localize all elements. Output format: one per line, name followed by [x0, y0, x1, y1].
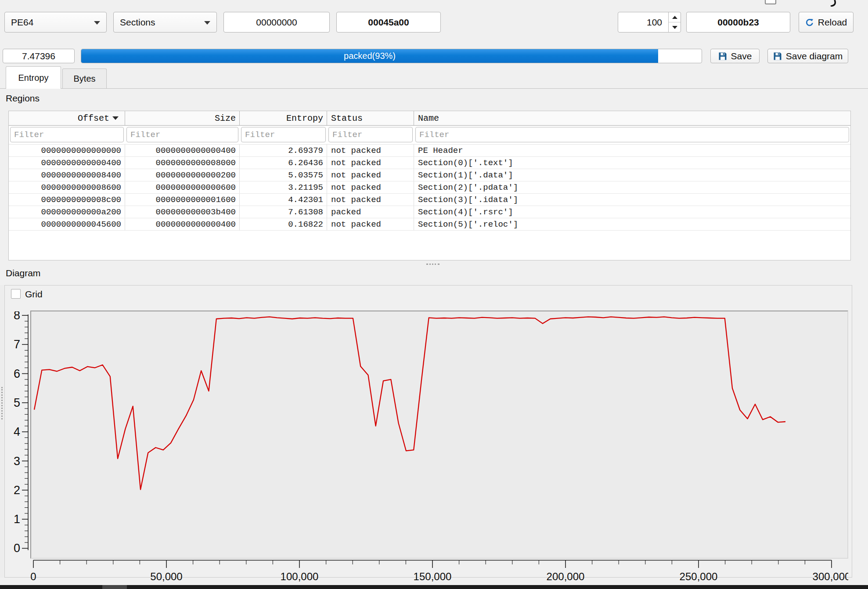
cell-entropy: 2.69379 — [240, 145, 327, 156]
cell-status: not packed — [327, 181, 414, 193]
column-header-size[interactable]: Size — [125, 111, 240, 125]
bottom-edge-segment — [102, 585, 127, 589]
column-header-entropy[interactable]: Entropy — [240, 111, 327, 125]
save-button[interactable]: Save — [710, 49, 760, 63]
filter-input-name[interactable] — [415, 127, 849, 142]
regions-rows: 000000000000000000000000000004002.69379n… — [9, 145, 850, 231]
offset-field[interactable]: 00000000 — [223, 12, 330, 33]
cell-size: 0000000000000400 — [125, 145, 240, 156]
cell-status: not packed — [327, 194, 414, 206]
partial-checkbox — [765, 0, 776, 4]
selection-size-field[interactable]: 00000b23 — [686, 12, 790, 33]
svg-text:100,000: 100,000 — [281, 571, 319, 582]
total-entropy-field[interactable]: 7.47396 — [3, 49, 75, 63]
diagram-section-label: Diagram — [6, 268, 40, 278]
file-type-combobox[interactable]: PE64 — [4, 12, 107, 33]
cell-size: 0000000000000200 — [125, 169, 240, 181]
svg-text:1: 1 — [14, 513, 20, 526]
table-row[interactable]: 000000000000040000000000000080006.26436n… — [9, 157, 850, 169]
cell-status: not packed — [327, 169, 414, 181]
cell-name: Section(4)['.rsrc'] — [414, 206, 850, 218]
size-field[interactable]: 00045a00 — [336, 12, 441, 33]
reload-label: Reload — [818, 17, 847, 28]
sort-descending-icon — [112, 116, 119, 120]
column-header-name[interactable]: Name — [414, 111, 850, 125]
save-label: Save — [731, 51, 752, 61]
table-row[interactable]: 000000000004560000000000000004000.16822n… — [9, 218, 850, 231]
cell-offset: 0000000000008c00 — [9, 194, 125, 206]
filter-input-status[interactable] — [328, 127, 413, 142]
cell-offset: 0000000000000000 — [9, 145, 125, 156]
svg-text:3: 3 — [14, 455, 20, 468]
spin-down-button[interactable] — [669, 22, 681, 32]
regions-table: Offset Size Entropy Status Name 00000000… — [8, 111, 851, 260]
cell-name: PE Header — [414, 145, 850, 156]
chevron-down-icon — [94, 21, 100, 25]
tab-entropy[interactable]: Entropy — [6, 66, 61, 89]
offset-value: 00000000 — [256, 17, 297, 28]
regions-section-label: Regions — [6, 93, 40, 104]
table-row[interactable]: 000000000000860000000000000006003.21195n… — [9, 181, 850, 194]
svg-text:250,000: 250,000 — [680, 571, 718, 582]
cell-size: 0000000000008000 — [125, 157, 240, 169]
filter-input-offset[interactable] — [10, 127, 124, 142]
cell-offset: 000000000000a200 — [9, 206, 125, 218]
floppy-save-icon — [773, 52, 782, 61]
splitter-dots — [1, 387, 3, 419]
entropy-line-chart — [31, 311, 847, 558]
floppy-save-icon — [718, 52, 727, 61]
x-axis: 050,000100,000150,000200,000250,000300,0… — [30, 560, 848, 587]
triangle-down-icon — [672, 26, 677, 29]
tabbar-divider — [0, 88, 868, 89]
reload-button[interactable]: Reload — [799, 12, 854, 33]
progressbar-fill: packed(93%) — [81, 49, 658, 63]
svg-text:8: 8 — [14, 311, 20, 322]
cell-entropy: 7.61308 — [240, 206, 327, 218]
count-value: 100 — [618, 12, 668, 32]
entropy-series-line — [34, 317, 785, 489]
mode-combobox[interactable]: Sections — [113, 12, 217, 33]
svg-text:5: 5 — [14, 396, 20, 409]
cell-entropy: 6.26436 — [240, 157, 327, 169]
svg-text:2: 2 — [14, 484, 20, 497]
cell-status: packed — [327, 206, 414, 218]
save-diagram-label: Save diagram — [786, 51, 843, 61]
cell-entropy: 0.16822 — [240, 218, 327, 230]
svg-text:50,000: 50,000 — [150, 571, 182, 582]
cell-entropy: 4.42301 — [240, 194, 327, 206]
svg-text:300,000: 300,000 — [813, 571, 848, 582]
svg-text:6: 6 — [14, 367, 20, 380]
packed-progressbar: packed(93%) — [81, 49, 702, 63]
save-diagram-button[interactable]: Save diagram — [767, 49, 848, 63]
tab-entropy-label: Entropy — [18, 73, 49, 83]
count-spinbox[interactable]: 100 — [618, 12, 681, 33]
table-row[interactable]: 0000000000008c0000000000000016004.42301n… — [9, 194, 850, 206]
horizontal-splitter-handle[interactable] — [426, 264, 439, 265]
grid-checkbox-label: Grid — [25, 289, 43, 300]
cell-offset: 0000000000045600 — [9, 218, 125, 230]
svg-text:7: 7 — [14, 338, 20, 351]
regions-table-header: Offset Size Entropy Status Name — [9, 111, 850, 126]
column-header-status[interactable]: Status — [327, 111, 414, 125]
filter-input-entropy[interactable] — [241, 127, 326, 142]
table-row[interactable]: 000000000000840000000000000002005.03575n… — [9, 169, 850, 181]
bottom-edge-strip — [0, 585, 868, 589]
entropy-window: PE64 Sections 00000000 00045a00 100 0000… — [0, 0, 868, 589]
cell-name: Section(5)['.reloc'] — [414, 218, 850, 230]
cell-entropy: 5.03575 — [240, 169, 327, 181]
reload-icon — [805, 18, 814, 27]
table-row[interactable]: 000000000000000000000000000004002.69379n… — [9, 145, 850, 157]
cell-size: 0000000000000400 — [125, 218, 240, 230]
table-row[interactable]: 000000000000a200000000000003b4007.61308p… — [9, 206, 850, 218]
spin-up-button[interactable] — [669, 12, 681, 22]
tab-bytes[interactable]: Bytes — [62, 69, 107, 89]
triangle-up-icon — [672, 16, 677, 19]
grid-checkbox[interactable] — [11, 289, 21, 299]
svg-text:0: 0 — [14, 542, 20, 555]
cell-offset: 0000000000008600 — [9, 181, 125, 193]
filter-input-size[interactable] — [126, 127, 238, 142]
svg-text:4: 4 — [14, 425, 20, 438]
cell-status: not packed — [327, 157, 414, 169]
total-entropy-value: 7.47396 — [22, 51, 55, 61]
column-header-offset[interactable]: Offset — [9, 111, 125, 125]
